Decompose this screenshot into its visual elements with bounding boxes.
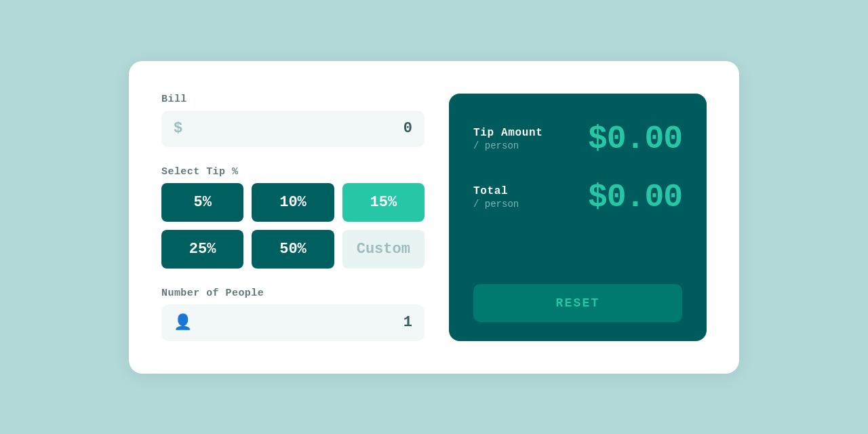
tip-custom-button[interactable]: Custom [342, 230, 425, 269]
tip-amount-sub-label: / person [473, 140, 542, 151]
people-input[interactable] [192, 314, 412, 331]
bill-input-wrapper: $ [161, 111, 425, 147]
tip-section: Select Tip % 5% 10% 15% 25% 50% Custom [161, 166, 425, 269]
tip-25-button[interactable]: 25% [161, 230, 243, 269]
bill-currency-icon: $ [174, 120, 182, 137]
tip-amount-label-group: Tip Amount / person [473, 127, 542, 151]
people-input-wrapper: 👤 [161, 304, 425, 341]
tip-50-button[interactable]: 50% [252, 230, 334, 269]
spacer [473, 237, 682, 262]
total-sub-label: / person [473, 199, 519, 210]
right-panel: Tip Amount / person $0.00 Total / person… [449, 94, 707, 341]
total-block: Total / person $0.00 [473, 179, 682, 216]
bill-input[interactable] [189, 120, 412, 137]
tip-10-button[interactable]: 10% [252, 183, 334, 222]
person-icon: 👤 [174, 313, 192, 332]
tip-amount-value: $0.00 [588, 121, 682, 157]
tip-amount-main-label: Tip Amount [473, 127, 542, 139]
total-value: $0.00 [588, 179, 682, 216]
tip-buttons-grid: 5% 10% 15% 25% 50% Custom [161, 183, 425, 269]
people-section: Number of People 👤 [161, 288, 425, 341]
people-label: Number of People [161, 288, 425, 299]
tip-15-button[interactable]: 15% [342, 183, 425, 222]
tip-label: Select Tip % [161, 166, 425, 178]
left-panel: Bill $ Select Tip % 5% 10% 15% 25% 50% C… [161, 94, 425, 341]
bill-section: Bill $ [161, 94, 425, 147]
tip-amount-block: Tip Amount / person $0.00 [473, 121, 682, 157]
reset-button[interactable]: RESET [473, 284, 682, 322]
main-card: Bill $ Select Tip % 5% 10% 15% 25% 50% C… [129, 61, 739, 374]
total-label-group: Total / person [473, 185, 519, 210]
bill-label: Bill [161, 94, 425, 105]
tip-5-button[interactable]: 5% [161, 183, 243, 222]
total-main-label: Total [473, 185, 519, 197]
